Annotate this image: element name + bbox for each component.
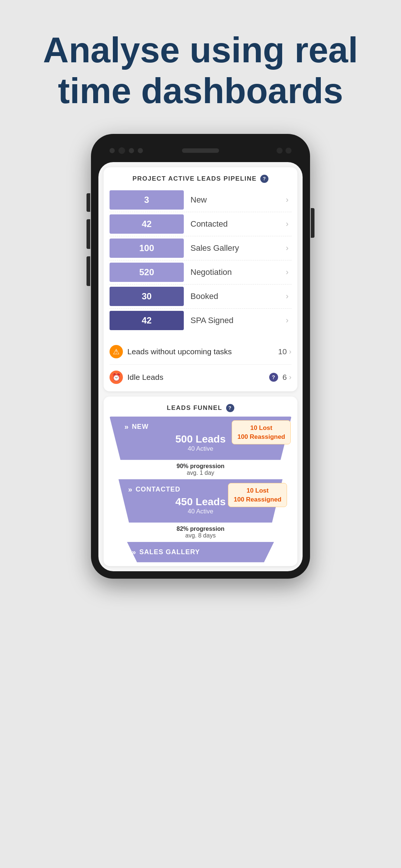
alert-idle-text: Idle Leads: [127, 373, 266, 382]
alert-leads-without-tasks[interactable]: ⚠ Leads without upcoming tasks 10 ›: [110, 339, 291, 365]
pipeline-label-booked: Booked: [184, 292, 286, 301]
pipeline-row-booked[interactable]: 30 Booked ›: [110, 287, 291, 309]
pipeline-chevron-negotiation: ›: [286, 267, 291, 277]
pipeline-chevron-sales-gallery: ›: [286, 243, 291, 253]
pipeline-rows-container: 3 New › 42 Contacted › 100: [104, 187, 297, 338]
funnel-new-progression: 90% progression avg. 1 day: [110, 460, 291, 479]
funnel-new-active: 40 Active: [124, 445, 277, 453]
pipeline-help-icon[interactable]: ?: [260, 175, 268, 183]
back-cameras: [277, 148, 291, 154]
pipeline-label-negotiation: Negotiation: [184, 267, 286, 277]
funnel-stage-contacted[interactable]: » CONTACTED 450 Leads 40 Active 10 Lost …: [113, 479, 288, 542]
mute-button: [87, 193, 90, 212]
pipeline-label-contacted: Contacted: [184, 219, 286, 229]
pipeline-bar-spa-signed: 42: [110, 311, 184, 330]
pipeline-row-sales-gallery[interactable]: 100 Sales Gallery ›: [110, 239, 291, 260]
pipeline-row-contacted[interactable]: 42 Contacted ›: [110, 214, 291, 236]
volume-up-button: [87, 219, 90, 249]
volume-down-button: [87, 256, 90, 286]
alert-leads-chevron: ›: [289, 347, 291, 356]
idle-icon: ⏰: [110, 371, 123, 384]
alerts-section: ⚠ Leads without upcoming tasks 10 › ⏰ Id…: [104, 338, 297, 391]
funnel-contacted-active: 40 Active: [128, 508, 273, 515]
funnel-new-chevron: »: [124, 423, 129, 431]
pipeline-row-negotiation[interactable]: 520 Negotiation ›: [110, 263, 291, 285]
pipeline-label-spa-signed: SPA Signed: [184, 316, 286, 325]
alert-idle-chevron: ›: [289, 373, 291, 381]
pipeline-bar-negotiation: 520: [110, 263, 184, 282]
alert-leads-text: Leads without upcoming tasks: [127, 347, 278, 356]
funnel-contacted-lost-badge: 10 Lost 100 Reassigned: [228, 483, 287, 507]
phone-top-bar: [98, 141, 303, 160]
front-cameras: [110, 147, 143, 154]
idle-help-icon[interactable]: ?: [269, 373, 278, 382]
pipeline-chevron-contacted: ›: [286, 219, 291, 229]
pipeline-card: PROJECT ACTIVE LEADS PIPELINE ? 3 New › …: [104, 167, 297, 391]
pipeline-label-sales-gallery: Sales Gallery: [184, 243, 286, 253]
pipeline-bar-new: 3: [110, 190, 184, 210]
funnel-contacted-chevron: »: [128, 485, 133, 494]
pipeline-chevron-new: ›: [286, 195, 291, 205]
funnel-stage-sales-gallery[interactable]: » SALES GALLERY: [117, 542, 284, 562]
funnel-title-text: LEADS FUNNEL: [167, 404, 222, 412]
camera-dot-3: [138, 148, 143, 153]
pipeline-chevron-spa-signed: ›: [286, 316, 291, 325]
alert-idle-count: 6: [283, 373, 287, 382]
power-button: [311, 208, 314, 238]
alert-idle-leads[interactable]: ⏰ Idle Leads ? 6 ›: [110, 365, 291, 390]
pipeline-bar-sales-gallery: 100: [110, 239, 184, 258]
page-title: Analyse using real time dashboards: [30, 30, 371, 112]
pipeline-title-text: PROJECT ACTIVE LEADS PIPELINE: [133, 175, 257, 183]
funnel-card: LEADS FUNNEL ? » NEW 500 Leads 40 Active…: [104, 397, 297, 566]
camera-dot-1: [110, 148, 115, 153]
warning-icon: ⚠: [110, 345, 123, 358]
back-camera-2: [286, 148, 291, 154]
pipeline-chevron-booked: ›: [286, 292, 291, 301]
phone-screen: PROJECT ACTIVE LEADS PIPELINE ? 3 New › …: [98, 162, 303, 571]
funnel-sales-gallery-label: » SALES GALLERY: [132, 548, 200, 556]
pipeline-bar-booked: 30: [110, 287, 184, 306]
camera-dot-2: [129, 148, 134, 153]
alert-leads-count: 10: [278, 347, 287, 356]
pipeline-row-new[interactable]: 3 New ›: [110, 190, 291, 212]
funnel-stage-new[interactable]: » NEW 500 Leads 40 Active 10 Lost 100 Re…: [110, 417, 291, 479]
pipeline-bar-contacted: 42: [110, 214, 184, 234]
back-camera-1: [277, 148, 283, 154]
pipeline-label-new: New: [184, 195, 286, 205]
funnel-help-icon[interactable]: ?: [226, 404, 234, 412]
front-camera: [118, 147, 125, 154]
pipeline-row-spa-signed[interactable]: 42 SPA Signed ›: [110, 311, 291, 332]
phone-frame: PROJECT ACTIVE LEADS PIPELINE ? 3 New › …: [91, 134, 310, 579]
page-header: Analyse using real time dashboards: [0, 0, 401, 134]
funnel-new-lost-badge: 10 Lost 100 Reassigned: [232, 420, 291, 445]
funnel-title: LEADS FUNNEL ?: [104, 397, 297, 417]
speaker: [182, 148, 219, 153]
pipeline-card-title: PROJECT ACTIVE LEADS PIPELINE ?: [104, 167, 297, 187]
funnel-contacted-progression: 82% progression avg. 8 days: [113, 523, 288, 542]
